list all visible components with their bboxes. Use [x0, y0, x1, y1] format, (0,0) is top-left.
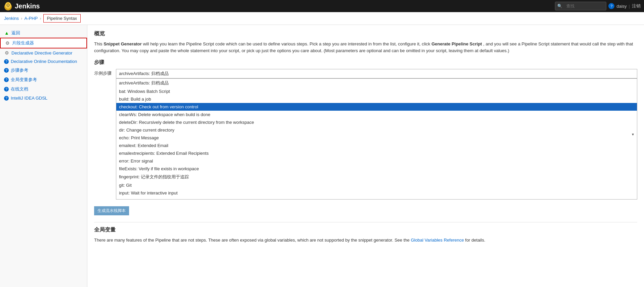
steps-list-item[interactable]: isUnix: Checks if running on a Unix-like… — [116, 197, 637, 200]
global-vars-pre: There are many features of the Pipeline … — [94, 238, 411, 243]
steps-list-item[interactable]: archiveArtifacts: 归档成品 — [116, 79, 637, 87]
steps-list-item[interactable]: fileExists: Verify if file exists in wor… — [116, 165, 637, 173]
logout-link[interactable]: 注销 — [632, 3, 641, 9]
steps-title: 步骤 — [94, 59, 637, 66]
search-input[interactable] — [564, 3, 604, 9]
breadcrumb-jenkins[interactable]: Jenkins — [4, 16, 19, 21]
sidebar-declarative-link[interactable]: Declarative Directive Generator — [11, 50, 72, 56]
svg-rect-4 — [7, 3, 9, 4]
breadcrumb-bar: Jenkins › A-PHP › Pipeline Syntax — [0, 12, 644, 25]
sidebar-item-snippet-generator[interactable]: ⚙ 片段生成器 — [0, 38, 87, 48]
steps-dropdown-wrapper: archiveArtifacts: 归档成品 ▼ archiveArtifact… — [116, 69, 637, 200]
jenkins-logo: Jenkins — [3, 1, 40, 11]
sidebar-snippet-link[interactable]: 片段生成器 — [12, 40, 34, 46]
sidebar-item-declarative-directive[interactable]: ⚙ Declarative Directive Generator — [0, 48, 87, 57]
sidebar-item-intellij-gdsl[interactable]: ? IntelliJ IDEA GDSL — [0, 94, 87, 102]
question-icon-3: ? — [4, 77, 9, 82]
question-icon-2: ? — [4, 68, 9, 73]
main-content: 概览 This Snippet Generator will help you … — [87, 25, 644, 287]
sidebar-item-back[interactable]: ▲ 返回 — [0, 28, 87, 38]
steps-list-item[interactable]: deleteDir: Recursively delete the curren… — [116, 118, 637, 126]
overview-title: 概览 — [94, 30, 637, 37]
search-icon: 🔍 — [557, 4, 562, 8]
sidebar-intellij-link[interactable]: IntelliJ IDEA GDSL — [11, 96, 47, 101]
snippet-bold: Snippet Generator — [104, 41, 142, 46]
steps-list-item[interactable]: dir: Change current directory — [116, 126, 637, 134]
global-vars-text: There are many features of the Pipeline … — [94, 237, 637, 244]
global-vars-post: for details. — [465, 238, 485, 243]
gear-icon-2: ⚙ — [4, 50, 9, 56]
steps-list-item[interactable]: bat: Windows Batch Script — [116, 87, 637, 95]
steps-label: 示例步骤 — [94, 69, 113, 76]
steps-list-item[interactable]: emailextrecipients: Extended Email Recip… — [116, 149, 637, 157]
sidebar-global-vars-link[interactable]: 全局变量参考 — [11, 77, 37, 83]
steps-list-item[interactable]: emailext: Extended Email — [116, 142, 637, 149]
gear-icon-1: ⚙ — [5, 40, 10, 46]
dropdown-chevron-icon: ▼ — [631, 133, 635, 136]
global-vars-title: 全局变量 — [94, 226, 637, 234]
main-layout: ▲ 返回 ⚙ 片段生成器 ⚙ Declarative Directive Gen… — [0, 25, 644, 287]
steps-section: 步骤 示例步骤 archiveArtifacts: 归档成品 ▼ archive… — [94, 59, 637, 215]
steps-list[interactable]: archiveArtifacts: 归档成品bat: Windows Batch… — [116, 78, 637, 200]
active-tab: Pipeline Syntax — [43, 14, 81, 23]
username: daisy — [616, 4, 627, 9]
sidebar-steps-ref-link[interactable]: 步骤参考 — [11, 67, 28, 73]
sidebar-online-docs-link[interactable]: 在线文档 — [11, 86, 28, 92]
top-navbar: Jenkins 🔍 ? daisy | 注销 — [0, 0, 644, 12]
separator: | — [629, 4, 630, 9]
sidebar-back-link[interactable]: 返回 — [11, 30, 20, 36]
overview-text: This Snippet Generator will help you lea… — [94, 41, 637, 54]
sidebar: ▲ 返回 ⚙ 片段生成器 ⚙ Declarative Directive Gen… — [0, 25, 87, 287]
svg-point-2 — [7, 5, 8, 6]
sidebar-item-steps-reference[interactable]: ? 步骤参考 — [0, 66, 87, 75]
generate-btn[interactable]: 生成流水线脚本 — [94, 206, 129, 215]
sidebar-declarative-docs-link[interactable]: Declarative Online Documentation — [11, 59, 77, 64]
steps-list-item[interactable]: git: Git — [116, 181, 637, 189]
steps-row: 示例步骤 archiveArtifacts: 归档成品 ▼ archiveArt… — [94, 69, 637, 200]
back-arrow-icon: ▲ — [4, 30, 9, 36]
steps-selected-value: archiveArtifacts: 归档成品 — [119, 71, 169, 77]
steps-list-item[interactable]: build: Build a job — [116, 95, 637, 103]
overview-mid1: will help you learn the Pipeline Script … — [143, 41, 431, 46]
sidebar-item-declarative-online-docs[interactable]: ? Declarative Online Documentation — [0, 57, 87, 66]
steps-list-item[interactable]: cleanWs: Delete workspace when build is … — [116, 111, 637, 118]
generate-row: 生成流水线脚本 — [94, 203, 637, 215]
breadcrumb-sep-1: › — [21, 16, 22, 21]
question-icon-1: ? — [4, 59, 9, 64]
steps-select-display[interactable]: archiveArtifacts: 归档成品 ▼ — [116, 69, 637, 78]
question-icon-5: ? — [4, 96, 9, 101]
breadcrumb-sep-2: › — [40, 16, 41, 21]
steps-list-item[interactable]: echo: Print Message — [116, 134, 637, 142]
svg-point-3 — [9, 5, 10, 6]
generate-bold: Generate Pipeline Script — [432, 41, 482, 46]
help-icon[interactable]: ? — [608, 3, 614, 9]
question-icon-4: ? — [4, 87, 9, 92]
sidebar-item-online-docs[interactable]: ? 在线文档 — [0, 84, 87, 94]
breadcrumb-aphp[interactable]: A-PHP — [24, 16, 38, 21]
steps-list-item[interactable]: checkout: Check out from version control — [116, 103, 637, 111]
jenkins-logo-icon — [3, 1, 13, 11]
overview-section: 概览 This Snippet Generator will help you … — [94, 30, 637, 54]
jenkins-title: Jenkins — [15, 2, 40, 10]
steps-list-item[interactable]: error: Error signal — [116, 157, 637, 165]
global-vars-section: 全局变量 There are many features of the Pipe… — [94, 222, 637, 244]
sidebar-item-global-variables[interactable]: ? 全局变量参考 — [0, 75, 87, 84]
steps-list-item[interactable]: input: Wait for interactive input — [116, 189, 637, 197]
global-vars-ref-link[interactable]: Global Variables Reference — [411, 238, 464, 243]
steps-list-item[interactable]: fingerprint: 记录文件的指纹用于追踪 — [116, 173, 637, 181]
